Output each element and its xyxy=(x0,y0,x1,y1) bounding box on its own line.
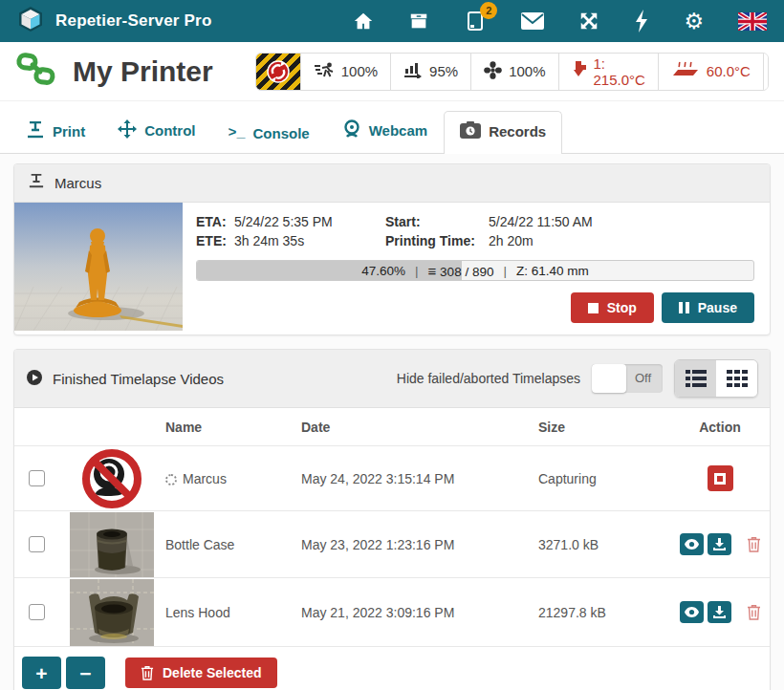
hide-failed-label: Hide failed/aborted Timelapses xyxy=(397,371,580,386)
extruder-temp-control[interactable]: 1: 215.0°C xyxy=(558,54,658,90)
row-checkbox[interactable] xyxy=(29,470,45,486)
timelapse-card: Finished Timelapse Videos Hide failed/ab… xyxy=(13,349,771,690)
flow-control[interactable]: 95% xyxy=(390,54,470,90)
list-view-button[interactable] xyxy=(675,360,716,397)
table-row: Lens Hood May 21, 2022 3:09:16 PM 21297.… xyxy=(14,578,770,647)
delete-video-button[interactable] xyxy=(747,536,761,552)
tab-webcam-label: Webcam xyxy=(369,122,427,139)
start-value: 5/24/22 11:50 AM xyxy=(489,214,754,229)
print-progress-text: 47.60% | ≡ 308 / 890 | Z: 61.40 mm xyxy=(197,261,753,280)
print-tab-icon xyxy=(26,121,45,141)
play-video-button[interactable] xyxy=(680,533,704,555)
delete-selected-button[interactable]: Delete Selected xyxy=(125,658,277,688)
video-name: Marcus xyxy=(165,471,301,486)
video-thumbnail xyxy=(58,512,165,577)
printer-menu-button[interactable]: ≡ xyxy=(763,54,769,90)
stop-capture-button[interactable] xyxy=(708,465,733,491)
download-icon xyxy=(713,606,726,618)
speed-control[interactable]: 100% xyxy=(300,54,390,90)
hide-failed-toggle[interactable]: Off xyxy=(592,364,663,393)
select-all-button[interactable]: + xyxy=(22,657,61,689)
bed-value: 60.0°C xyxy=(707,63,751,79)
printer-tabs: Print Control >_ Console Webcam Records xyxy=(0,101,784,154)
power-bolt-icon[interactable] xyxy=(634,0,649,42)
tab-print-label: Print xyxy=(53,123,85,140)
tab-console[interactable]: >_ Console xyxy=(212,115,326,153)
emergency-stop-button[interactable] xyxy=(256,54,300,90)
printer-icon xyxy=(28,174,45,192)
flow-icon xyxy=(403,62,423,81)
ete-label: ETE: xyxy=(196,233,234,248)
settings-gear-icon[interactable]: ⚙ xyxy=(684,0,704,42)
video-status: Capturing xyxy=(538,471,670,486)
job-info: ETA: 5/24/22 5:35 PM Start: 5/24/22 11:5… xyxy=(183,203,770,334)
extruder-value: 1: 215.0°C xyxy=(594,55,645,88)
grid-view-button[interactable] xyxy=(716,360,757,397)
stop-button[interactable]: Stop xyxy=(571,292,654,323)
video-size: 3271.0 kB xyxy=(538,537,670,552)
navbar-icons: 2 ⚙ xyxy=(353,0,767,42)
control-tab-icon xyxy=(118,119,137,141)
tab-control[interactable]: Control xyxy=(101,109,211,153)
trash-icon xyxy=(141,665,154,680)
active-job-card: Marcus xyxy=(13,163,771,335)
table-row: Bottle Case May 23, 2022 1:23:16 PM 3271… xyxy=(14,511,770,578)
col-name: Name xyxy=(165,420,301,435)
printing-time-label: Printing Time: xyxy=(385,233,489,248)
job-card-header: Marcus xyxy=(14,164,770,203)
brand[interactable]: Repetier-Server Pro xyxy=(17,6,211,36)
col-action: Action xyxy=(670,420,770,435)
speed-icon xyxy=(314,62,335,80)
fullscreen-icon[interactable] xyxy=(578,0,599,42)
video-date: May 21, 2022 3:09:16 PM xyxy=(301,605,538,620)
stop-capture-icon xyxy=(714,473,726,485)
gear-glyph: ⚙ xyxy=(684,9,704,34)
download-icon xyxy=(713,538,726,550)
print-queue-icon[interactable]: 2 xyxy=(464,0,487,42)
row-checkbox[interactable] xyxy=(29,604,45,620)
language-flag-icon[interactable] xyxy=(738,0,767,42)
download-video-button[interactable] xyxy=(708,533,731,555)
video-thumbnail xyxy=(58,579,165,646)
records-tab-icon xyxy=(460,121,481,141)
view-mode-group xyxy=(674,359,758,398)
table-row: Marcus May 24, 2022 3:15:14 PM Capturing xyxy=(14,446,770,511)
bed-temp-control[interactable]: 60.0°C xyxy=(658,54,763,90)
trash-icon xyxy=(747,536,761,552)
console-tab-icon: >_ xyxy=(229,125,246,141)
deselect-all-button[interactable]: − xyxy=(66,657,105,689)
tab-print[interactable]: Print xyxy=(10,111,101,153)
play-circle-icon xyxy=(26,369,43,389)
eye-icon xyxy=(685,539,699,550)
delete-video-button[interactable] xyxy=(747,604,761,620)
emergency-stop-icon xyxy=(256,53,300,91)
tab-records[interactable]: Records xyxy=(444,111,562,154)
navbar: Repetier-Server Pro 2 ⚙ xyxy=(0,0,784,42)
app-title: Repetier-Server Pro xyxy=(55,11,211,31)
pause-button[interactable]: Pause xyxy=(662,292,754,323)
home-icon[interactable] xyxy=(353,0,374,42)
timelapse-controls: Hide failed/aborted Timelapses Off xyxy=(397,359,758,398)
toggle-knob xyxy=(592,364,626,393)
print-progress-bar: 47.60% | ≡ 308 / 890 | Z: 61.40 mm xyxy=(196,260,754,281)
stop-label: Stop xyxy=(607,300,637,315)
video-name: Lens Hood xyxy=(165,605,301,620)
download-video-button[interactable] xyxy=(708,601,731,623)
messages-icon[interactable] xyxy=(521,0,544,42)
video-size: 21297.8 kB xyxy=(538,605,670,620)
page-title: My Printer xyxy=(73,55,213,88)
video-date: May 24, 2022 3:15:14 PM xyxy=(301,471,538,486)
printing-time-value: 2h 20m xyxy=(489,233,754,248)
job-buttons: Stop Pause xyxy=(196,292,754,323)
play-video-button[interactable] xyxy=(680,601,704,623)
fan-control[interactable]: 100% xyxy=(470,54,557,90)
video-name-text: Marcus xyxy=(183,471,227,486)
tab-webcam[interactable]: Webcam xyxy=(326,109,444,153)
layer-count: ≡ 308 / 890 xyxy=(428,263,494,279)
archive-box-icon[interactable] xyxy=(408,0,429,42)
printer-link-icon[interactable] xyxy=(15,51,57,93)
queue-badge: 2 xyxy=(480,2,497,19)
row-checkbox[interactable] xyxy=(29,536,45,552)
eta-value: 5/24/22 5:35 PM xyxy=(234,214,385,229)
stop-icon xyxy=(588,303,599,313)
